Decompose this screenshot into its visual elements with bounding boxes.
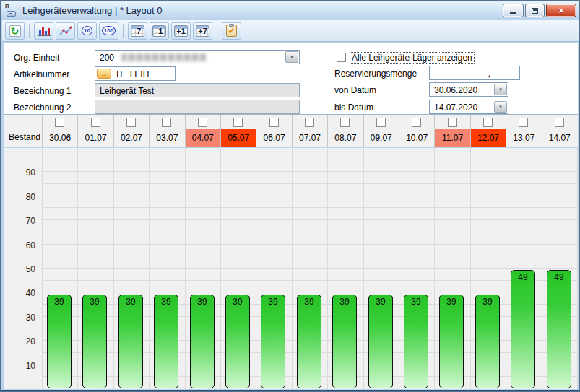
h-gridline xyxy=(42,183,578,184)
date-column-07.07: 07.07 xyxy=(292,115,327,147)
date-column-14.07: 14.07 xyxy=(542,115,577,147)
date-checkbox[interactable] xyxy=(269,118,279,127)
bestand-bar-chart: 1020304050607080903939393939393939393939… xyxy=(4,148,578,389)
calendar-plus-1-icon: +1 xyxy=(174,25,188,37)
app-window: R Leihgeräteverwaltung | * Layout 0 × ↻ xyxy=(0,0,580,392)
h-gridline xyxy=(42,196,578,196)
bar-value-label: 39 xyxy=(333,297,356,307)
window-controls: × xyxy=(503,4,576,17)
date-label: 14.07 xyxy=(542,129,577,147)
date-checkbox[interactable] xyxy=(233,118,243,127)
date-column-08.07: 08.07 xyxy=(327,115,363,147)
alle-lager-label[interactable]: Alle Leihgeräte-Läger anzeigen xyxy=(350,52,475,64)
org-einheit-dropdown-button[interactable]: ▼ xyxy=(285,51,298,63)
toolbar: ↻ 10 100 -7 -1 +1 xyxy=(2,20,579,42)
v-gridline xyxy=(77,148,78,389)
date-checkbox[interactable] xyxy=(412,118,421,127)
minimize-button[interactable] xyxy=(503,4,524,17)
restore-button[interactable] xyxy=(525,4,545,17)
date-checkbox[interactable] xyxy=(340,118,350,127)
bestand-label: Bestand xyxy=(9,132,40,142)
bar-07.07: 39 xyxy=(297,295,321,388)
v-gridline xyxy=(185,148,186,389)
minimize-icon xyxy=(510,12,516,14)
date-column-11.07: 11.07 xyxy=(434,115,469,147)
date-checkbox[interactable] xyxy=(555,118,564,127)
date-checkbox[interactable] xyxy=(483,118,493,127)
von-datum-combobox[interactable]: 30.06.2020 ▼ xyxy=(429,82,508,97)
h-gridline xyxy=(42,280,578,281)
y-axis-tick: 30 xyxy=(4,313,35,323)
date-back-1-button[interactable]: -1 xyxy=(150,22,169,40)
date-checkbox[interactable] xyxy=(519,118,528,127)
row-label-bestand: Bestand xyxy=(4,115,42,147)
date-checkbox[interactable] xyxy=(448,118,457,127)
bezeichnung-2-label: Bezeichnung 2 xyxy=(14,103,71,113)
date-label: 13.07 xyxy=(506,129,541,147)
date-label: 05.07 xyxy=(221,129,256,147)
bezeichnung-2-field xyxy=(95,100,300,114)
von-datum-label: von Datum xyxy=(334,85,376,95)
date-forward-1-button[interactable]: +1 xyxy=(171,22,191,40)
form-area: Org. Einheit 200 ▼ Artikelnummer → TL_LE… xyxy=(4,43,578,114)
bezeichnung-1-field: Leihgerät Test xyxy=(95,83,300,97)
reservierungsmenge-input[interactable]: , xyxy=(429,66,520,80)
chevron-down-icon: ▼ xyxy=(498,105,503,109)
arrow-right-icon: → xyxy=(100,69,108,78)
date-checkbox[interactable] xyxy=(162,118,171,127)
date-header: Bestand 30.0601.0702.0703.0704.0705.0706… xyxy=(4,114,578,147)
v-gridline xyxy=(506,148,506,389)
scale-100-button[interactable]: 100 xyxy=(99,22,118,40)
bar-14.07: 49 xyxy=(547,270,571,388)
date-checkbox[interactable] xyxy=(126,118,136,127)
date-column-06.07: 06.07 xyxy=(256,115,291,147)
bar-value-label: 39 xyxy=(298,297,321,307)
y-axis-tick: 60 xyxy=(4,240,35,251)
edit-notes-button[interactable]: ✔ xyxy=(222,22,241,40)
line-chart-button[interactable] xyxy=(56,22,75,40)
date-checkbox[interactable] xyxy=(55,118,64,127)
y-axis-tick: 10 xyxy=(4,361,35,371)
y-axis-tick: 50 xyxy=(4,264,35,274)
bezeichnung-1-label: Bezeichnung 1 xyxy=(14,86,71,96)
date-column-04.07: 04.07 xyxy=(185,115,220,147)
bis-datum-combobox[interactable]: 14.07.2020 ▼ xyxy=(429,100,508,114)
bar-01.07: 39 xyxy=(82,295,107,388)
date-checkbox[interactable] xyxy=(91,118,100,127)
scale-10-button[interactable]: 10 xyxy=(77,22,97,40)
date-label: 04.07 xyxy=(186,129,220,147)
date-label: 10.07 xyxy=(399,129,434,147)
alle-lager-checkbox[interactable] xyxy=(337,53,346,62)
close-button[interactable]: × xyxy=(546,4,576,17)
calendar-plus-7-icon: +7 xyxy=(196,25,209,37)
refresh-button[interactable]: ↻ xyxy=(5,22,25,40)
scale-100-icon: 100 xyxy=(102,26,116,35)
h-gridline xyxy=(42,219,578,220)
app-icon-letter: R xyxy=(5,3,9,9)
date-checkbox[interactable] xyxy=(198,118,207,127)
date-checkbox[interactable] xyxy=(305,118,314,127)
v-gridline xyxy=(399,148,399,389)
date-forward-7-button[interactable]: +7 xyxy=(193,22,212,40)
date-back-7-button[interactable]: -7 xyxy=(128,22,147,40)
y-axis-tick: 80 xyxy=(4,192,35,202)
org-einheit-combobox[interactable]: 200 ▼ xyxy=(95,50,300,64)
h-gridline xyxy=(42,256,578,256)
bar-value-label: 39 xyxy=(261,297,285,307)
bar-08.07: 39 xyxy=(332,295,357,388)
bis-datum-dropdown-button[interactable]: ▼ xyxy=(494,101,507,113)
bar-04.07: 39 xyxy=(190,295,215,388)
artikelnummer-field[interactable]: → TL_LEIH xyxy=(95,66,176,81)
von-datum-dropdown-button[interactable]: ▼ xyxy=(494,84,507,95)
artikelnummer-value: TL_LEIH xyxy=(115,69,149,79)
window-titlebar[interactable]: R Leihgeräteverwaltung | * Layout 0 × xyxy=(1,1,580,20)
date-checkbox[interactable] xyxy=(376,118,386,127)
bar-chart-button[interactable] xyxy=(34,22,53,40)
h-gridline xyxy=(42,171,578,172)
close-icon: × xyxy=(558,6,564,15)
clipboard-icon: ✔ xyxy=(226,25,237,37)
v-gridline xyxy=(327,148,328,389)
refresh-icon: ↻ xyxy=(9,25,21,37)
date-column-05.07: 05.07 xyxy=(220,115,256,147)
goto-article-button[interactable]: → xyxy=(97,69,111,79)
